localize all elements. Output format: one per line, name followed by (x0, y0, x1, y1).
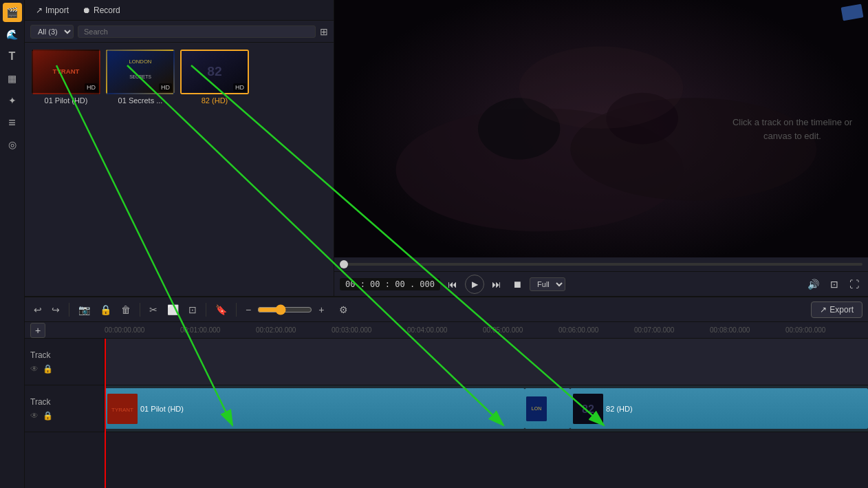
play-button[interactable]: ▶ (465, 275, 484, 294)
thumb-badge-82: HD (233, 83, 246, 92)
track-icons-2: 👁 🔒 (30, 411, 98, 421)
zoom-controls: − + (242, 302, 327, 317)
preview-right-icons: 🔊 ⊡ ⛶ (804, 277, 862, 292)
media-item-82[interactable]: 82 HD 82 (HD) (180, 50, 249, 105)
timeline-toolbar: ↩ ↪ 📷 🔒 🗑 ✂ ⬜ ⊡ 🔖 − + ⚙ ↗ Export (25, 297, 868, 322)
export-label: Export (829, 305, 854, 315)
preview-video: Click a track on the timeline or canvas … (334, 0, 868, 257)
track-icons-1: 👁 🔒 (30, 364, 98, 374)
thumb-badge-pilot: HD (85, 83, 98, 92)
quality-select[interactable]: Full (530, 277, 565, 291)
ruler-mark-4: 00:04:00.000 (407, 326, 483, 334)
volume-button[interactable]: 🔊 (804, 277, 823, 292)
sidebar-icon-effects[interactable]: ✦ (3, 91, 22, 110)
media-toolbar: ↗ Import ⏺ Record (25, 0, 334, 21)
media-item-pilot[interactable]: TYRANT HD 01 Pilot (HD) (32, 50, 100, 105)
filter-select[interactable]: All (3) (30, 25, 74, 39)
bookmark-button[interactable]: 🔖 (212, 302, 230, 317)
sidebar: 🎬 🌊 T ▦ ✦ ≡ ◎ (0, 0, 25, 488)
preview-panel: Click a track on the timeline or canvas … (334, 0, 868, 296)
media-label-pilot: 01 Pilot (HD) (45, 96, 88, 105)
ruler-mark-0: 00:00:00.000 (105, 326, 180, 334)
sidebar-icon-template[interactable]: ▦ (3, 69, 22, 88)
svg-text:82: 82 (207, 64, 221, 78)
track-lock-icon-1[interactable]: 🔒 (43, 364, 53, 374)
sidebar-icon-media[interactable]: 🎬 (3, 3, 22, 22)
media-library: ↗ Import ⏺ Record All (3) ⊞ (25, 0, 334, 296)
import-button[interactable]: ↗ Import (30, 4, 74, 17)
preview-hint: Click a track on the timeline or canvas … (717, 109, 868, 149)
ruler-mark-6: 00:06:00.000 (558, 326, 634, 334)
track-visibility-icon-1[interactable]: 👁 (30, 364, 39, 374)
snapshot-button[interactable]: 📷 (75, 302, 94, 317)
preview-hint-text: Click a track on the timeline or canvas … (733, 117, 852, 141)
track-row-1: Track 👁 🔒 (25, 339, 868, 385)
ruler-mark-7: 00:07:00.000 (634, 326, 710, 334)
svg-text:LONDON: LONDON (129, 59, 152, 65)
track-visibility-icon-2[interactable]: 👁 (30, 411, 39, 421)
record-label: Record (94, 6, 120, 15)
media-label-secrets: 01 Secrets ... (118, 96, 163, 105)
sidebar-icon-audio[interactable]: 🌊 (3, 25, 22, 44)
trim-button[interactable]: ⊡ (185, 302, 200, 317)
ruler-mark-8: 00:08:00.000 (710, 326, 785, 334)
delete-button[interactable]: 🗑 (118, 302, 134, 317)
export-button[interactable]: ↗ Export (811, 301, 862, 318)
media-thumb-82: 82 HD (180, 50, 249, 94)
zoom-out-button[interactable]: − (242, 302, 254, 317)
forward-button[interactable]: ⏭ (488, 277, 505, 292)
import-icon: ↗ (36, 6, 43, 15)
timeline-tracks: Track 👁 🔒 Track 👁 🔒 (25, 339, 868, 488)
sidebar-icon-filter[interactable]: ≡ (3, 113, 22, 132)
grid-view-icon[interactable]: ⊞ (320, 26, 328, 37)
search-input[interactable] (78, 25, 316, 38)
timeline-clip-82[interactable]: 82 82 (HD) (570, 388, 868, 429)
stop-button[interactable]: ⏹ (509, 277, 525, 292)
top-area: ↗ Import ⏺ Record All (3) ⊞ (25, 0, 868, 296)
progress-track[interactable] (340, 263, 862, 266)
timeline-clip-secrets[interactable]: LON (525, 388, 571, 429)
clip-thumb-82: 82 (573, 394, 603, 424)
sidebar-icon-adjust[interactable]: ◎ (3, 135, 22, 154)
svg-text:TYRANT: TYRANT (53, 67, 80, 75)
track-content-2[interactable]: TYRANT 01 Pilot (HD) LON (105, 385, 868, 432)
svg-text:82: 82 (582, 403, 594, 415)
svg-point-15 (519, 47, 684, 129)
track-row-2: Track 👁 🔒 TYRANT 01 Pilot (HD) (25, 385, 868, 432)
record-button[interactable]: ⏺ Record (77, 4, 126, 17)
ruler-mark-1: 00:01:00.000 (180, 326, 256, 334)
timecode: 00 : 00 : 00 . 000 (340, 278, 440, 290)
svg-text:SECRETS: SECRETS (129, 74, 151, 79)
timeline-clip-pilot[interactable]: TYRANT 01 Pilot (HD) (105, 388, 525, 429)
lock-button[interactable]: 🔒 (96, 302, 115, 317)
pip-button[interactable]: ⊡ (827, 277, 842, 292)
clip-thumb-secrets: LON (526, 396, 547, 421)
clip-label-pilot: 01 Pilot (HD) (140, 405, 184, 413)
toolbar-divider-4 (236, 303, 237, 317)
timeline-area: ↩ ↪ 📷 🔒 🗑 ✂ ⬜ ⊡ 🔖 − + ⚙ ↗ Export (25, 296, 868, 488)
timeline-settings-button[interactable]: ⚙ (336, 302, 351, 317)
media-thumb-secrets: LONDON SECRETS HD (106, 50, 175, 94)
sidebar-icon-text[interactable]: T (3, 47, 22, 66)
crop-button[interactable]: ⬜ (164, 302, 182, 317)
toolbar-divider-3 (206, 303, 206, 317)
split-button[interactable]: ✂ (146, 302, 161, 317)
track-header-2: Track 👁 🔒 (25, 385, 105, 432)
export-icon: ↗ (820, 305, 827, 315)
track-empty-area-1 (105, 339, 868, 385)
undo-button[interactable]: ↩ (30, 302, 45, 317)
zoom-in-button[interactable]: + (315, 302, 327, 317)
zoom-slider[interactable] (257, 304, 312, 315)
add-track-button[interactable]: + (30, 323, 45, 338)
media-filter-bar: All (3) ⊞ (25, 21, 334, 43)
rewind-to-start-button[interactable]: ⏮ (444, 277, 461, 292)
track-content-1[interactable] (105, 339, 868, 385)
ruler-mark-9: 00:09:00.000 (785, 326, 861, 334)
redo-button[interactable]: ↪ (48, 302, 63, 317)
preview-controls: 00 : 00 : 00 . 000 ⏮ ▶ ⏭ ⏹ Full 🔊 ⊡ ⛶ (334, 271, 868, 296)
fullscreen-button[interactable]: ⛶ (846, 277, 862, 292)
clip-thumb-pilot: TYRANT (107, 394, 138, 424)
toolbar-divider-1 (69, 303, 69, 317)
track-lock-icon-2[interactable]: 🔒 (43, 411, 53, 421)
media-item-secrets[interactable]: LONDON SECRETS HD 01 Secrets ... (106, 50, 175, 105)
